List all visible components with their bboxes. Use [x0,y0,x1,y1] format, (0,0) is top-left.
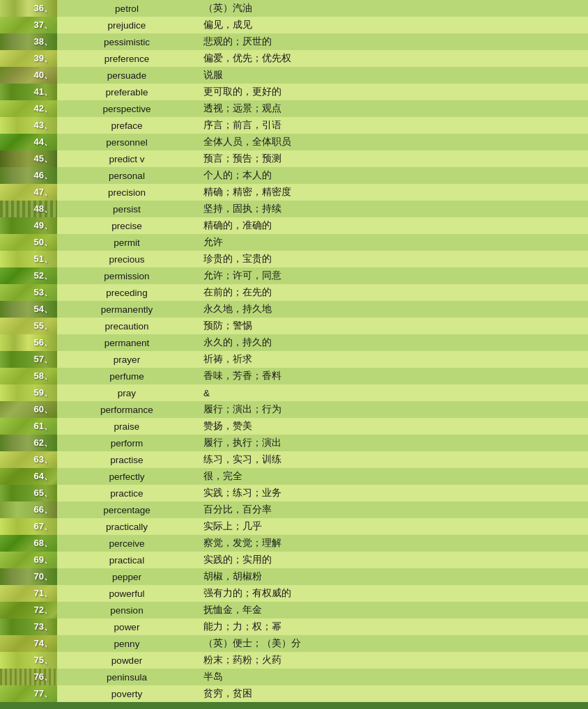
chinese-translation: 更可取的，更好的 [196,86,588,98]
row-number: 49、 [34,219,56,232]
row-number: 61、 [34,420,56,433]
table-row: permit允许 [57,234,588,251]
chinese-translation: 香味，芳香；香料 [196,370,588,382]
chinese-translation: 实际上；几乎 [196,520,588,533]
number-cell: 74、 [0,635,57,652]
number-cell: 71、 [0,585,57,602]
number-cell: 65、 [0,485,57,501]
table-row: perform履行，执行；演出 [57,435,588,451]
word-table: petrol（英）汽油prejudice偏见，成见pessimistic悲观的；… [57,0,588,702]
number-cell: 72、 [0,602,57,618]
chinese-translation: 察觉，发觉；理解 [196,537,588,550]
english-word: pray [57,388,196,398]
table-row: powerful强有力的；有权威的 [57,585,588,602]
english-word: permission [57,271,196,281]
row-number: 73、 [34,621,56,633]
english-word: pepper [57,572,196,582]
chinese-translation: 永久的，持久的 [196,336,588,349]
number-cell: 45、 [0,150,57,167]
number-cell: 44、 [0,134,57,150]
chinese-translation: （英）便士；（美）分 [196,637,588,650]
table-row: prayer祈祷，祈求 [57,351,588,368]
english-word: perform [57,438,196,449]
row-number: 55、 [34,320,56,332]
table-row: powder粉末；药粉；火药 [57,652,588,669]
left-number-column: 36、37、38、39、40、41、42、43、44、45、46、47、48、4… [0,0,57,702]
number-cell: 63、 [0,451,57,468]
number-cell: 49、 [0,217,57,234]
english-word: powerful [57,589,196,599]
row-number: 71、 [34,587,56,600]
english-word: pessimistic [57,37,196,47]
chinese-translation: 全体人员，全体职员 [196,136,588,148]
table-row: percentage百分比，百分率 [57,501,588,518]
chinese-translation: （英）汽油 [196,2,588,15]
table-row: preceding在前的；在先的 [57,284,588,301]
table-row: pessimistic悲观的；厌世的 [57,33,588,50]
chinese-translation: 胡椒，胡椒粉 [196,570,588,583]
chinese-translation: 能力；力；权；幂 [196,621,588,633]
chinese-translation: 祈祷，祈求 [196,353,588,366]
chinese-translation: 粉末；药粉；火药 [196,654,588,667]
table-row: preface序言；前言，引语 [57,117,588,134]
number-cell: 40、 [0,67,57,84]
row-number: 64、 [34,470,56,483]
row-number: 60、 [34,403,56,416]
row-number: 37、 [34,19,56,31]
chinese-translation: 贫穷，贫困 [196,687,588,700]
chinese-translation: 练习，实习，训练 [196,453,588,466]
number-cell: 52、 [0,267,57,284]
row-number: 40、 [34,69,56,81]
table-row: perspective透视；远景；观点 [57,100,588,117]
number-cell: 51、 [0,251,57,267]
chinese-translation: 个人的；本人的 [196,169,588,182]
row-number: 39、 [34,52,56,65]
number-cell: 67、 [0,518,57,535]
row-number: 58、 [34,370,56,382]
table-row: practise练习，实习，训练 [57,451,588,468]
row-number: 57、 [34,353,56,366]
table-row: power能力；力；权；幂 [57,618,588,635]
english-word: permanent [57,338,196,348]
row-number: 52、 [34,270,56,282]
table-row: permission允许；许可，同意 [57,267,588,284]
table-row: perfume香味，芳香；香料 [57,368,588,384]
number-cell: 62、 [0,435,57,451]
number-cell: 43、 [0,117,57,134]
chinese-translation: 履行；演出；行为 [196,403,588,416]
chinese-translation: 永久地，持久地 [196,303,588,315]
row-number: 67、 [34,520,56,533]
number-cell: 55、 [0,318,57,334]
table-row: practical实践的；实用的 [57,552,588,568]
english-word: power [57,622,196,632]
number-cell: 38、 [0,33,57,50]
number-cell: 77、 [0,685,57,702]
table-row: poverty贫穷，贫困 [57,685,588,702]
table-row: persuade说服 [57,67,588,84]
row-number: 74、 [34,637,56,650]
number-cell: 42、 [0,100,57,117]
table-row: preference偏爱，优先；优先权 [57,50,588,67]
english-word: poverty [57,689,196,699]
row-number: 51、 [34,253,56,265]
table-row: pension抚恤金，年金 [57,602,588,618]
row-number: 65、 [34,487,56,499]
row-number: 41、 [34,86,56,98]
table-row: precise精确的，准确的 [57,217,588,234]
english-word: practically [57,522,196,532]
chinese-translation: 偏爱，优先；优先权 [196,52,588,65]
english-word: perceive [57,538,196,549]
chinese-translation: & [196,388,588,398]
table-row: predict v预言；预告；预测 [57,150,588,167]
number-cell: 68、 [0,535,57,552]
number-cell: 57、 [0,351,57,368]
chinese-translation: 预防；警惕 [196,320,588,332]
english-word: practical [57,555,196,566]
number-cell: 56、 [0,334,57,351]
table-row: permanently永久地，持久地 [57,301,588,318]
number-cell: 59、 [0,384,57,401]
table-row: petrol（英）汽油 [57,0,588,17]
row-number: 77、 [34,687,56,700]
number-cell: 60、 [0,401,57,418]
chinese-translation: 精确；精密，精密度 [196,186,588,198]
